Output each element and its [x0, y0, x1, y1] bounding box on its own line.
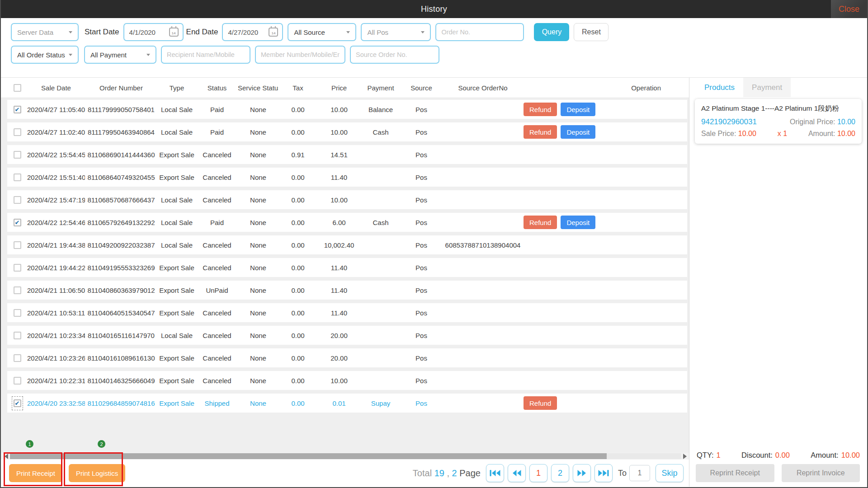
skip-button[interactable]: Skip — [656, 464, 684, 482]
refund-button[interactable]: Refund — [524, 396, 557, 410]
order-status-select[interactable]: All Order Status — [11, 46, 79, 64]
table-footer: Print Receipt Print Logistics Total 19 ,… — [1, 460, 689, 487]
refund-button[interactable]: Refund — [524, 125, 557, 139]
row-checkbox[interactable] — [14, 286, 21, 294]
cell-source: Pos — [401, 219, 442, 226]
col-header-payment: Payment — [361, 84, 401, 92]
row-checkbox[interactable] — [14, 196, 21, 204]
tab-products[interactable]: Products — [696, 78, 743, 97]
cell-status: Canceled — [196, 151, 238, 159]
table-row[interactable]: 2020/4/21 10:23:34811040165116147970Loca… — [7, 326, 687, 345]
cell-tax: 0.00 — [278, 241, 317, 249]
filter-panel: Server Data Start Date 4/1/2020 14 End D… — [1, 18, 867, 78]
table-row[interactable]: 2020/4/20 23:32:58811029684859074816Expo… — [7, 394, 687, 413]
refund-button[interactable]: Refund — [524, 216, 557, 229]
select-all-checkbox[interactable] — [14, 84, 21, 92]
table-row[interactable]: 2020/4/21 19:44:22811049195553323269Expo… — [7, 258, 687, 277]
cell-service-status: None — [238, 332, 278, 339]
pagination: Total 19 , 2 Page 1 2 — [413, 464, 684, 482]
horizontal-scrollbar[interactable] — [1, 453, 689, 460]
scrollbar-track[interactable] — [10, 453, 681, 459]
row-checkbox[interactable] — [14, 377, 21, 385]
table-row[interactable]: 2020/4/22 15:54:45811068690141444360Expo… — [7, 145, 687, 164]
first-page-button[interactable] — [486, 464, 504, 482]
cell-type: Export Sale — [157, 174, 196, 181]
pos-select[interactable]: All Pos — [361, 23, 431, 41]
table-row[interactable]: 2020/4/22 12:54:46811065792649132292Loca… — [7, 213, 687, 232]
cell-operation: RefundDeposit — [524, 216, 687, 229]
payment-select[interactable]: All Payment — [84, 46, 156, 64]
calendar-icon[interactable]: 14 — [169, 28, 179, 37]
end-date-input[interactable]: 4/27/2020 14 — [222, 23, 283, 41]
scrollbar-thumb[interactable] — [10, 453, 607, 459]
member-input[interactable] — [255, 46, 345, 64]
row-checkbox[interactable] — [14, 399, 21, 407]
next-page-button[interactable] — [573, 464, 591, 482]
row-checkbox[interactable] — [14, 354, 21, 362]
table-row[interactable]: 2020/4/21 11:06:50811040860363979012Expo… — [7, 281, 687, 300]
close-button[interactable]: Close — [831, 0, 867, 18]
reprint-invoice-button[interactable]: Reprint Invoice — [782, 464, 860, 482]
tab-payment[interactable]: Payment — [743, 78, 791, 97]
row-checkbox[interactable] — [14, 128, 21, 136]
table-row[interactable]: 2020/4/21 10:53:11811040640515340547Expo… — [7, 303, 687, 322]
table-row[interactable]: 2020/4/22 15:51:40811068640749320455Expo… — [7, 168, 687, 187]
scroll-left-icon[interactable] — [5, 454, 8, 459]
row-checkbox[interactable] — [14, 332, 21, 339]
cell-checkbox — [7, 174, 27, 181]
last-page-button[interactable] — [594, 464, 613, 482]
cell-order-number: 811179950463940864 — [85, 128, 157, 136]
data-source-select[interactable]: Server Data — [11, 23, 79, 41]
cell-checkbox — [7, 332, 27, 339]
cell-tax: 0.00 — [278, 174, 317, 181]
table-row[interactable]: 2020/4/21 19:44:38811049200922032387Loca… — [7, 235, 687, 254]
order-status-value: All Order Status — [17, 51, 65, 59]
page-title: History — [421, 5, 447, 14]
row-checkbox[interactable] — [14, 309, 21, 317]
cell-order-number: 811179999050758401 — [85, 106, 157, 113]
deposit-button[interactable]: Deposit — [561, 103, 595, 116]
recipient-input[interactable] — [161, 46, 250, 64]
row-checkbox[interactable] — [14, 219, 21, 226]
refund-button[interactable]: Refund — [524, 103, 557, 116]
row-checkbox[interactable] — [14, 241, 21, 249]
print-receipt-button[interactable]: Print Receipt — [9, 464, 62, 482]
order-no-input[interactable] — [435, 23, 524, 41]
cell-sale-date: 2020/4/27 11:02:40 — [27, 128, 85, 136]
table-row[interactable]: 2020/4/27 11:02:40811179950463940864Loca… — [7, 122, 687, 141]
table-row[interactable]: 2020/4/21 10:23:26811040161089616130Expo… — [7, 348, 687, 367]
chevron-down-icon — [69, 31, 72, 33]
cell-sale-date: 2020/4/21 19:44:38 — [27, 241, 85, 249]
cell-status: UnPaid — [196, 286, 238, 294]
prev-page-button[interactable] — [508, 464, 526, 482]
cell-price: 14.51 — [317, 151, 361, 159]
row-checkbox[interactable] — [14, 151, 21, 159]
cell-service-status: None — [238, 174, 278, 181]
cell-sale-date: 2020/4/22 12:54:46 — [27, 219, 85, 226]
start-date-input[interactable]: 4/1/2020 14 — [123, 23, 184, 41]
deposit-button[interactable]: Deposit — [561, 216, 595, 229]
row-checkbox[interactable] — [14, 106, 21, 113]
print-logistics-button[interactable]: Print Logistics — [69, 464, 125, 482]
source-order-no-input[interactable] — [350, 46, 439, 64]
scroll-right-icon[interactable] — [683, 454, 687, 459]
summary-qty: QTY:1 — [697, 451, 721, 460]
row-checkbox[interactable] — [14, 174, 21, 181]
table-row[interactable]: 2020/4/21 10:22:31811040146325666049Expo… — [7, 371, 687, 390]
table-row[interactable]: 2020/4/22 15:47:19811068570687666437Loca… — [7, 190, 687, 209]
header-select-all[interactable] — [7, 84, 27, 92]
reset-button[interactable]: Reset — [574, 23, 609, 41]
page-1-button[interactable]: 1 — [529, 464, 547, 482]
reprint-receipt-button[interactable]: Reprint Receipt — [696, 464, 774, 482]
source-select[interactable]: All Source — [288, 23, 356, 41]
goto-page-input[interactable] — [629, 465, 650, 481]
cell-checkbox — [7, 106, 27, 113]
product-name: A2 Platinum Stage 1----A2 Platinum 1段奶粉 — [701, 104, 855, 113]
deposit-button[interactable]: Deposit — [561, 125, 595, 139]
query-button[interactable]: Query — [534, 23, 569, 41]
table-row[interactable]: 2020/4/27 11:05:40811179999050758401Loca… — [7, 100, 687, 119]
row-checkbox[interactable] — [14, 264, 21, 272]
calendar-icon[interactable]: 14 — [269, 28, 278, 37]
first-page-icon — [490, 469, 500, 477]
page-2-button[interactable]: 2 — [551, 464, 569, 482]
